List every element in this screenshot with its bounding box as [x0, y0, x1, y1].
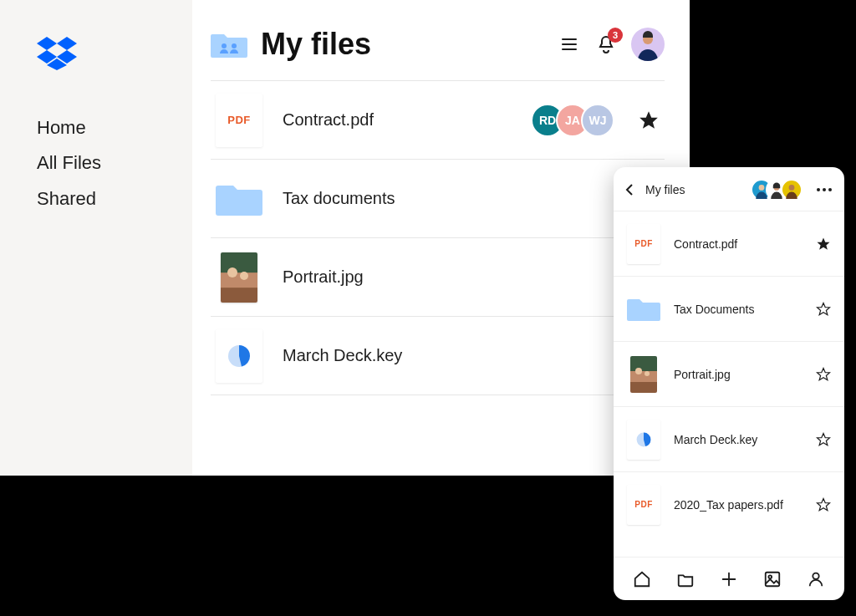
- svg-marker-11: [639, 111, 658, 129]
- svg-point-13: [759, 185, 765, 191]
- file-row[interactable]: Portrait.jpg: [614, 341, 844, 406]
- folder-icon: [216, 172, 262, 226]
- pdf-file-icon: PDF: [627, 224, 660, 264]
- star-outline-icon[interactable]: [816, 302, 831, 317]
- svg-point-5: [222, 43, 227, 48]
- page-title: My files: [261, 27, 371, 62]
- shared-avatars[interactable]: RD JA WJ: [531, 104, 614, 137]
- file-name: 2020_Tax papers.pdf: [674, 498, 783, 512]
- account-avatar[interactable]: [631, 28, 665, 61]
- star-outline-icon[interactable]: [816, 497, 831, 512]
- star-filled-icon[interactable]: [816, 237, 831, 252]
- tab-add-icon[interactable]: [719, 569, 739, 589]
- mobile-panel: My files PDF Contract.pdf: [614, 167, 844, 600]
- nav-home[interactable]: Home: [37, 117, 192, 139]
- mobile-tabbar: [614, 557, 844, 600]
- svg-marker-0: [37, 37, 57, 50]
- tab-files-icon[interactable]: [675, 569, 696, 589]
- svg-point-18: [828, 188, 832, 191]
- file-row[interactable]: Portrait.jpg: [211, 238, 665, 317]
- list-menu-icon[interactable]: [558, 33, 581, 56]
- file-name: Portrait.jpg: [283, 267, 364, 287]
- file-name: March Deck.key: [674, 433, 757, 446]
- star-outline-icon[interactable]: [816, 367, 831, 382]
- svg-marker-1: [57, 37, 77, 50]
- file-name: Tax Documents: [674, 303, 754, 316]
- keynote-file-icon: [216, 329, 262, 383]
- back-chevron-icon[interactable]: [624, 183, 637, 196]
- svg-marker-19: [818, 237, 830, 249]
- notifications-bell-icon[interactable]: 3: [594, 33, 618, 56]
- page-header: My files 3: [211, 27, 665, 81]
- svg-point-16: [817, 188, 820, 191]
- file-row[interactable]: March Deck.key: [211, 317, 665, 395]
- shared-folder-icon: [211, 29, 247, 59]
- star-filled-icon[interactable]: [638, 109, 660, 131]
- tab-photos-icon[interactable]: [762, 569, 782, 589]
- desktop-window: Home All Files Shared My files: [0, 0, 690, 476]
- svg-marker-23: [818, 433, 830, 445]
- star-outline-icon[interactable]: [816, 432, 831, 447]
- svg-marker-20: [818, 303, 830, 314]
- tab-account-icon[interactable]: [806, 569, 826, 589]
- file-row[interactable]: PDF Contract.pdf: [614, 211, 844, 276]
- file-row[interactable]: PDF 2020_Tax papers.pdf: [614, 471, 844, 537]
- image-thumbnail: [216, 251, 262, 304]
- pdf-file-icon: PDF: [216, 94, 262, 147]
- notification-badge: 3: [608, 28, 623, 43]
- mobile-file-list: PDF Contract.pdf Tax Documents Portrait.…: [614, 211, 844, 557]
- sidebar: Home All Files Shared: [0, 0, 192, 476]
- svg-point-17: [823, 188, 826, 191]
- dropbox-logo-icon: [37, 37, 192, 74]
- tab-home-icon[interactable]: [632, 569, 652, 589]
- svg-point-15: [789, 185, 795, 191]
- nav-all-files[interactable]: All Files: [37, 152, 192, 174]
- svg-marker-24: [818, 498, 830, 510]
- svg-point-29: [813, 573, 818, 578]
- shared-avatars[interactable]: [751, 179, 802, 201]
- nav-shared[interactable]: Shared: [37, 188, 192, 210]
- svg-rect-27: [766, 572, 780, 586]
- file-row[interactable]: Tax documents: [211, 160, 665, 238]
- file-name: Tax documents: [283, 189, 395, 208]
- svg-marker-21: [818, 368, 830, 379]
- file-row[interactable]: Tax Documents: [614, 276, 844, 341]
- file-row[interactable]: PDF Contract.pdf RD JA WJ: [211, 81, 665, 160]
- file-row[interactable]: March Deck.key: [614, 406, 844, 471]
- keynote-file-icon: [627, 420, 660, 460]
- avatar-chip: WJ: [581, 104, 614, 137]
- folder-icon: [627, 289, 660, 329]
- file-name: Contract.pdf: [674, 237, 737, 251]
- svg-point-6: [232, 43, 237, 48]
- breadcrumb[interactable]: My files: [645, 183, 685, 196]
- pdf-file-icon: PDF: [627, 485, 660, 525]
- more-options-icon[interactable]: [816, 188, 833, 191]
- image-thumbnail: [627, 354, 660, 395]
- file-name: Portrait.jpg: [674, 368, 731, 381]
- svg-point-28: [768, 575, 772, 578]
- mobile-header: My files: [614, 167, 844, 211]
- file-name: Contract.pdf: [283, 110, 374, 130]
- file-name: March Deck.key: [283, 346, 402, 365]
